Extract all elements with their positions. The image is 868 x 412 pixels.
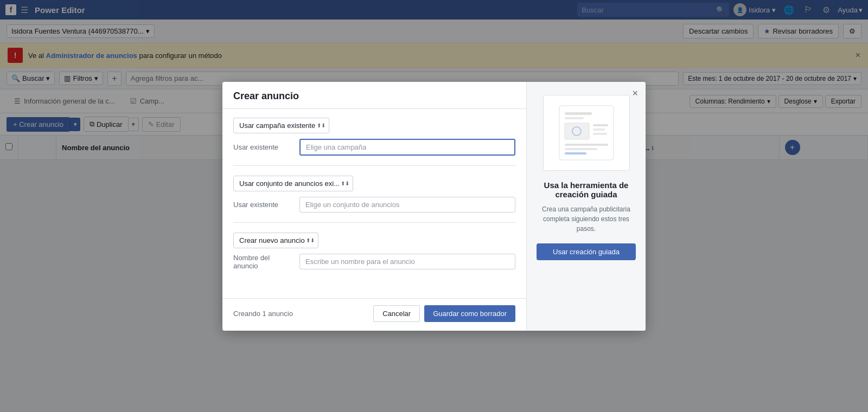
svg-rect-6 (593, 128, 605, 131)
campaign-type-select-wrap: Usar campaña existente ⬆⬇ (233, 118, 329, 133)
svg-rect-3 (565, 123, 589, 139)
use-existing-campaign-label: Usar existente (233, 143, 293, 151)
svg-rect-10 (565, 152, 586, 154)
svg-rect-7 (593, 133, 607, 135)
modal-campaign-section: Usar campaña existente ⬆⬇ Usar existente (233, 118, 515, 160)
campaign-existing-row: Usar existente (233, 139, 515, 156)
create-ad-modal: Crear anuncio × Usar campaña existente ⬆… (222, 82, 646, 160)
modal-close-button[interactable]: × (632, 88, 638, 98)
modal-header: Crear anuncio × (222, 82, 526, 109)
svg-rect-9 (565, 148, 597, 150)
svg-rect-1 (565, 112, 592, 115)
campaign-type-select[interactable]: Usar campaña existente (233, 118, 329, 133)
modal-illustration (543, 95, 630, 160)
campaign-select-wrap: Usar campaña existente ⬆⬇ (233, 118, 515, 133)
modal-left-panel: Crear anuncio × Usar campaña existente ⬆… (222, 82, 526, 160)
svg-rect-2 (565, 117, 584, 119)
modal-right-panel: Usa la herramienta de creación guiada Cr… (526, 82, 646, 160)
campaign-picker-input[interactable] (299, 139, 515, 156)
modal-overlay: Crear anuncio × Usar campaña existente ⬆… (0, 0, 868, 160)
modal-body: Usar campaña existente ⬆⬇ Usar existente (222, 109, 526, 160)
svg-rect-8 (565, 144, 608, 146)
modal-title: Crear anuncio (233, 91, 299, 101)
svg-rect-5 (593, 124, 608, 126)
